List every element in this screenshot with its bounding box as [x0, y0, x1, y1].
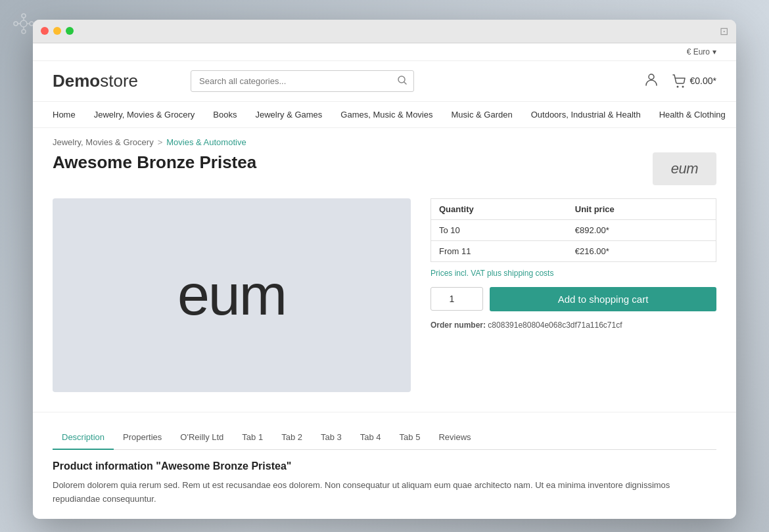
header-actions: €0.00* [644, 72, 716, 90]
account-icon[interactable] [644, 72, 659, 90]
traffic-lights [41, 27, 74, 35]
nav-item-outdoors-industrial-health[interactable]: Outdoors, Industrial & Health [522, 102, 650, 127]
nav-item-home[interactable]: Home [53, 102, 85, 127]
vat-note: Prices incl. VAT plus shipping costs [431, 269, 716, 278]
quantity-input[interactable] [431, 287, 483, 311]
product-details: Quantity Unit price To 10 €892.00* From … [431, 198, 716, 330]
price-row-1-quantity: To 10 [431, 219, 567, 240]
price-row-2-price: €216.00* [567, 240, 716, 261]
price-table-unit-price-header: Unit price [567, 198, 716, 219]
logo[interactable]: Demostore [53, 71, 138, 91]
svg-point-12 [676, 86, 678, 88]
price-row-2: From 11 €216.00* [431, 240, 716, 261]
price-table-quantity-header: Quantity [431, 198, 567, 219]
nav-item-jewelry-games[interactable]: Jewelry & Games [246, 102, 331, 127]
breadcrumb-current[interactable]: Movies & Automotive [166, 137, 246, 147]
main-nav: Home Jewelry, Movies & Grocery Books Jew… [33, 102, 736, 128]
product-section: Awesome Bronze Pristea eum eum Quantity [33, 152, 736, 405]
tab-5[interactable]: Tab 5 [390, 426, 430, 450]
nav-item-music-garden[interactable]: Music & Garden [442, 102, 522, 127]
product-info-title: Product information "Awesome Bronze Pris… [53, 460, 716, 472]
breadcrumb-separator: > [158, 137, 163, 147]
tab-3[interactable]: Tab 3 [312, 426, 351, 450]
chevron-down-icon: ▾ [712, 47, 716, 56]
title-bar: ⊡ [33, 20, 736, 43]
svg-point-3 [22, 14, 26, 18]
price-row-1-price: €892.00* [567, 219, 716, 240]
tab-oreilly-ltd[interactable]: O'Reilly Ltd [171, 426, 233, 450]
logo-bold: Demo [53, 71, 100, 91]
svg-line-10 [404, 82, 406, 84]
currency-selector[interactable]: € Euro ▾ [687, 47, 716, 56]
product-body: eum Quantity Unit price [53, 198, 716, 392]
nav-item-jewelry-movies-grocery[interactable]: Jewelry, Movies & Grocery [85, 102, 204, 127]
breadcrumb: Jewelry, Movies & Grocery > Movies & Aut… [33, 128, 736, 152]
svg-point-13 [682, 86, 684, 88]
svg-point-0 [20, 20, 27, 27]
svg-point-1 [14, 22, 18, 26]
add-to-cart-button[interactable]: Add to shopping cart [490, 287, 716, 311]
cart-info[interactable]: €0.00* [672, 74, 716, 88]
browser-window: ⊡ € Euro ▾ Demostore [33, 20, 736, 520]
add-to-cart-row: Add to shopping cart [431, 287, 716, 311]
tab-4[interactable]: Tab 4 [351, 426, 390, 450]
tab-description[interactable]: Description [53, 426, 114, 450]
window-control-icon: ⊡ [720, 25, 728, 37]
product-image-text: eum [177, 261, 286, 328]
cart-price: €0.00* [690, 76, 716, 86]
search-button[interactable] [391, 71, 413, 91]
product-image: eum [53, 198, 411, 392]
search-bar [191, 70, 414, 92]
brand-badge: eum [653, 152, 716, 185]
tab-reviews[interactable]: Reviews [429, 426, 480, 450]
desktop-app-icon [12, 12, 35, 35]
currency-label: € Euro [687, 47, 710, 56]
tab-properties[interactable]: Properties [114, 426, 171, 450]
utility-bar: € Euro ▾ [33, 43, 736, 61]
product-title: Awesome Bronze Pristea [53, 152, 256, 173]
maximize-button[interactable] [66, 27, 74, 35]
tab-1[interactable]: Tab 1 [233, 426, 272, 450]
nav-item-games-music-movies[interactable]: Games, Music & Movies [331, 102, 442, 127]
nav-item-health-clothing[interactable]: Health & Clothing [650, 102, 735, 127]
price-table: Quantity Unit price To 10 €892.00* From … [431, 198, 716, 262]
page-content: € Euro ▾ Demostore [33, 43, 736, 520]
tabs-section: Description Properties O'Reilly Ltd Tab … [33, 412, 736, 450]
product-info-description: Dolorem dolorem quia rerum sed. Rem ut e… [53, 479, 716, 506]
price-row-2-quantity: From 11 [431, 240, 567, 261]
svg-point-4 [22, 30, 26, 33]
order-number-label: Order number: [431, 321, 486, 330]
close-button[interactable] [41, 27, 49, 35]
order-number: Order number: c808391e80804e068c3df71a11… [431, 321, 716, 330]
header: Demostore [33, 61, 736, 102]
search-input[interactable] [191, 72, 391, 91]
product-info-section: Product information "Awesome Bronze Pris… [33, 460, 736, 520]
svg-point-11 [649, 74, 654, 79]
breadcrumb-parent[interactable]: Jewelry, Movies & Grocery [53, 137, 154, 147]
minimize-button[interactable] [53, 27, 61, 35]
nav-item-books[interactable]: Books [204, 102, 246, 127]
product-tabs: Description Properties O'Reilly Ltd Tab … [53, 426, 716, 450]
order-number-value: c808391e80804e068c3df71a116c71cf [488, 321, 622, 330]
price-row-1: To 10 €892.00* [431, 219, 716, 240]
tab-2[interactable]: Tab 2 [272, 426, 312, 450]
logo-light: store [100, 71, 138, 91]
product-header: Awesome Bronze Pristea eum [53, 152, 716, 185]
